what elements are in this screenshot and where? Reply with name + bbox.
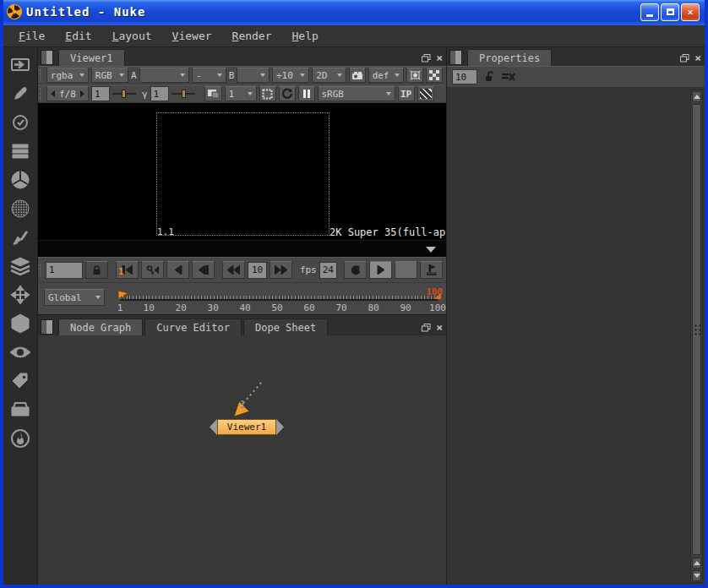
gamma-value-field[interactable]: 1 xyxy=(150,86,169,101)
app-window: Untitled - Nuke ✕ File Edit Layout Viewe… xyxy=(0,0,708,588)
minimize-button[interactable] xyxy=(640,3,659,21)
float-panel-icon[interactable] xyxy=(422,324,431,332)
toolbar-grip[interactable] xyxy=(40,264,42,276)
play-forward-button[interactable] xyxy=(369,261,392,279)
frame-increment-field[interactable]: 10 xyxy=(248,262,267,279)
tab-node-graph[interactable]: Node Graph xyxy=(58,318,143,335)
gain-spinner[interactable]: f/8 xyxy=(46,86,89,101)
menu-edit[interactable]: Edit xyxy=(57,27,100,45)
unlock-icon[interactable] xyxy=(484,69,495,85)
current-frame-field[interactable]: 1 xyxy=(46,262,83,279)
lock-camera-button[interactable] xyxy=(349,68,366,83)
viewer-canvas[interactable]: 1.1 2K Super 35(full-ap) xyxy=(38,103,446,240)
transform-nodes-icon[interactable] xyxy=(9,283,32,306)
ruler-tick-label: 60 xyxy=(303,302,314,313)
viewer-toolbar-row1: rgba RGB A - B ÷10 2D def xyxy=(38,66,446,84)
max-panels-field[interactable]: 10 xyxy=(452,69,477,84)
wipe-mode-dropdown[interactable]: - xyxy=(192,68,226,83)
time-nodes-icon[interactable] xyxy=(9,111,32,133)
fps-field[interactable]: 24 xyxy=(319,262,337,279)
furnace-nodes-icon[interactable] xyxy=(9,427,32,449)
lock-range-button[interactable] xyxy=(85,261,108,279)
b-input-dropdown[interactable] xyxy=(237,68,270,83)
pause-button[interactable] xyxy=(298,86,315,101)
filter-nodes-icon[interactable] xyxy=(9,197,32,220)
frame-range-button[interactable] xyxy=(420,261,443,279)
tab-curve-editor[interactable]: Curve Editor xyxy=(144,318,242,335)
close-panel-icon[interactable]: × xyxy=(436,54,443,63)
timeline-ruler[interactable]: 1 100 1102030405060708090100 xyxy=(120,299,438,301)
menu-layout[interactable]: Layout xyxy=(104,27,161,45)
menu-file[interactable]: File xyxy=(10,27,53,45)
display-channels-dropdown[interactable]: RGB xyxy=(91,68,128,83)
toolbar-grip[interactable] xyxy=(40,69,43,81)
views-nodes-icon[interactable] xyxy=(9,340,32,363)
view-dimension-dropdown[interactable]: 2D xyxy=(312,68,346,83)
play-backward-button[interactable] xyxy=(166,261,189,279)
checker-button[interactable] xyxy=(426,68,443,83)
roi-button[interactable] xyxy=(259,86,276,101)
gain-wedge-button[interactable] xyxy=(406,68,423,83)
metadata-nodes-icon[interactable] xyxy=(9,369,32,392)
scroll-up-button-bottom[interactable] xyxy=(692,558,701,569)
gamma-slider[interactable] xyxy=(172,90,195,98)
merge-nodes-icon[interactable] xyxy=(9,254,32,277)
tab-properties[interactable]: Properties xyxy=(467,49,552,66)
scrollbar-thumb[interactable] xyxy=(692,104,701,555)
monitor-out-button[interactable] xyxy=(204,86,222,101)
close-button[interactable]: ✕ xyxy=(681,3,700,21)
scroll-down-button[interactable] xyxy=(692,570,701,581)
triangle-down-icon xyxy=(694,574,700,578)
refresh-button[interactable] xyxy=(279,86,296,101)
range-end-marker[interactable] xyxy=(434,293,441,299)
input-number-dropdown[interactable]: 1 xyxy=(225,86,257,101)
range-mode-dropdown[interactable]: Global xyxy=(44,289,105,306)
close-panel-icon[interactable]: × xyxy=(436,324,443,332)
tab-viewer1[interactable]: Viewer1 xyxy=(58,49,125,66)
menu-render[interactable]: Render xyxy=(224,27,280,45)
properties-scrollbar[interactable] xyxy=(690,90,703,583)
forward-increment-button[interactable] xyxy=(270,261,292,279)
back-increment-button[interactable] xyxy=(222,261,245,279)
ruler-tick-label: 50 xyxy=(271,302,282,313)
menu-viewer[interactable]: Viewer xyxy=(164,27,221,45)
input-process-button[interactable]: IP xyxy=(398,86,415,101)
step-back-button[interactable] xyxy=(192,261,215,279)
a-input-dropdown[interactable] xyxy=(139,68,190,83)
toolbar-grip[interactable] xyxy=(40,88,43,100)
titlebar: Untitled - Nuke ✕ xyxy=(3,0,705,25)
spare-button[interactable] xyxy=(395,261,417,279)
channels-dropdown[interactable]: rgba xyxy=(46,68,89,83)
decrement-icon xyxy=(51,90,55,97)
viewer1-node[interactable]: Viewer1 xyxy=(210,419,284,435)
panel-menu-button[interactable] xyxy=(41,319,53,335)
keyer-nodes-icon[interactable] xyxy=(9,226,32,248)
tab-dope-sheet[interactable]: Dope Sheet xyxy=(243,318,328,335)
nodegraph-canvas[interactable]: 1 Viewer1 xyxy=(38,335,446,585)
viewer-lut-dropdown[interactable]: sRGB xyxy=(318,86,395,101)
chevron-down-icon[interactable] xyxy=(426,247,436,253)
viewer-panel: Viewer1 × rgba RGB A - B xyxy=(38,47,446,314)
panel-menu-button[interactable] xyxy=(449,50,462,65)
close-all-panels-icon[interactable] xyxy=(502,69,515,85)
image-nodes-icon[interactable] xyxy=(9,53,32,76)
color-nodes-icon[interactable] xyxy=(9,168,32,191)
float-panel-icon[interactable] xyxy=(680,54,689,63)
3d-nodes-icon[interactable] xyxy=(9,312,32,335)
prev-keyframe-button[interactable] xyxy=(141,261,164,279)
menu-help[interactable]: Help xyxy=(284,27,327,45)
draw-nodes-icon[interactable] xyxy=(9,82,32,105)
other-nodes-icon[interactable] xyxy=(9,398,32,421)
float-panel-icon[interactable] xyxy=(422,54,431,63)
channel-nodes-icon[interactable] xyxy=(9,139,32,162)
panel-menu-button[interactable] xyxy=(41,50,53,65)
scroll-up-button[interactable] xyxy=(692,91,701,102)
close-panel-icon[interactable]: × xyxy=(694,54,701,63)
gain-slider[interactable] xyxy=(112,90,136,98)
layer-dropdown[interactable]: def xyxy=(368,68,404,83)
loop-mode-button[interactable] xyxy=(344,261,367,279)
gain-value-field[interactable]: 1 xyxy=(91,86,110,101)
maximize-button[interactable] xyxy=(661,3,679,21)
cliptest-button[interactable] xyxy=(417,86,434,101)
downrez-dropdown[interactable]: ÷10 xyxy=(272,68,309,83)
